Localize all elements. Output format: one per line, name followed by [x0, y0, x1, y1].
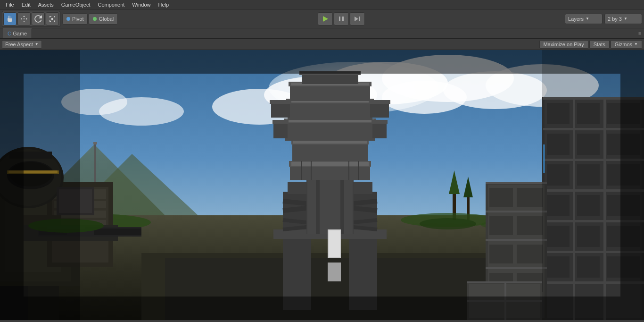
svg-rect-2	[339, 17, 340, 21]
global-dot	[93, 17, 97, 21]
hand-tool-button[interactable]	[3, 12, 17, 25]
game-tab-label: Game	[13, 31, 27, 36]
menu-file[interactable]: File	[2, 0, 18, 9]
menu-gameobject[interactable]: GameObject	[58, 0, 94, 9]
game-tab[interactable]: C Game	[3, 28, 32, 38]
transform-tools-group	[2, 11, 60, 27]
svg-rect-147	[489, 216, 513, 235]
layers-dropdown-arrow: ▼	[586, 17, 589, 21]
svg-rect-142	[486, 211, 547, 212]
svg-rect-63	[372, 120, 388, 124]
menu-bar: File Edit Assets GameObject Component Wi…	[0, 0, 644, 9]
svg-marker-4	[355, 17, 358, 21]
svg-rect-57	[285, 121, 375, 141]
stats-button[interactable]: Stats	[589, 40, 610, 49]
pivot-button[interactable]: Pivot	[62, 13, 88, 25]
svg-rect-60	[273, 122, 288, 138]
main-toolbar: Pivot Global Layers	[0, 9, 644, 28]
svg-rect-70	[369, 100, 390, 104]
gizmos-dropdown-arrow: ▼	[634, 42, 638, 46]
menu-help[interactable]: Help	[154, 0, 173, 9]
menu-window[interactable]: Window	[128, 0, 154, 9]
menu-component[interactable]: Component	[94, 0, 128, 9]
svg-rect-62	[272, 120, 289, 124]
svg-rect-67	[271, 102, 290, 118]
svg-rect-144	[486, 267, 547, 269]
svg-rect-150	[517, 245, 543, 263]
game-viewport	[0, 50, 644, 320]
game-toolbar-right: Maximize on Play Stats Gizmos ▼	[539, 40, 642, 49]
svg-rect-90	[94, 144, 96, 182]
menu-edit[interactable]: Edit	[18, 0, 34, 9]
step-button[interactable]	[350, 12, 365, 25]
game-tab-icon: C	[8, 31, 11, 36]
svg-rect-49	[291, 162, 369, 166]
layout-label: 2 by 3	[608, 16, 622, 22]
pivot-dot	[66, 17, 70, 21]
svg-rect-68	[370, 102, 389, 118]
play-controls	[318, 12, 365, 25]
layout-dropdown-arrow: ▼	[624, 17, 627, 21]
maximize-on-play-button[interactable]: Maximize on Play	[539, 40, 588, 49]
svg-rect-64	[288, 101, 372, 120]
aspect-label: Free Aspect	[5, 42, 33, 47]
svg-rect-95	[94, 229, 141, 235]
play-button[interactable]	[318, 12, 333, 25]
game-toolbar: Free Aspect ▼ Maximize on Play Stats Giz…	[0, 39, 644, 50]
svg-rect-145	[489, 188, 513, 207]
svg-rect-61	[372, 122, 387, 138]
layers-dropdown[interactable]: Layers ▼	[565, 14, 603, 24]
aspect-dropdown-arrow: ▼	[35, 42, 39, 46]
svg-rect-71	[290, 84, 370, 101]
scale-tool-button[interactable]	[46, 12, 59, 25]
gizmos-button[interactable]: Gizmos ▼	[611, 40, 642, 49]
pivot-label: Pivot	[72, 16, 83, 22]
pivot-global-group: Pivot Global	[62, 13, 118, 25]
svg-rect-141	[486, 182, 547, 184]
svg-rect-3	[342, 17, 344, 21]
panel-minimize-button[interactable]: ≡	[638, 31, 641, 36]
svg-rect-162	[542, 50, 644, 320]
global-button[interactable]: Global	[89, 13, 118, 25]
game-panel-header: C Game ≡	[0, 28, 644, 39]
pause-button[interactable]	[334, 12, 349, 25]
move-tool-button[interactable]	[17, 12, 31, 25]
svg-rect-69	[270, 100, 291, 104]
global-label: Global	[99, 16, 114, 22]
svg-rect-149	[489, 245, 513, 263]
rotate-tool-button[interactable]	[32, 12, 45, 25]
gizmos-label: Gizmos	[615, 42, 632, 47]
svg-rect-56	[293, 141, 367, 144]
aspect-dropdown[interactable]: Free Aspect ▼	[2, 40, 42, 49]
svg-rect-54	[292, 142, 368, 161]
scene-svg	[0, 50, 644, 320]
svg-rect-161	[0, 50, 80, 320]
svg-rect-78	[328, 263, 341, 281]
svg-rect-146	[517, 188, 543, 207]
svg-rect-143	[486, 239, 547, 241]
svg-rect-148	[517, 216, 543, 235]
svg-rect-74	[302, 74, 358, 84]
menu-assets[interactable]: Assets	[34, 0, 58, 9]
svg-rect-91	[93, 142, 97, 144]
svg-rect-77	[329, 230, 340, 257]
svg-rect-0	[51, 18, 53, 20]
svg-marker-1	[323, 16, 328, 22]
svg-rect-5	[359, 17, 360, 21]
layout-dropdown[interactable]: 2 by 3 ▼	[604, 14, 642, 24]
svg-point-159	[420, 218, 476, 229]
layers-label: Layers	[568, 16, 584, 22]
